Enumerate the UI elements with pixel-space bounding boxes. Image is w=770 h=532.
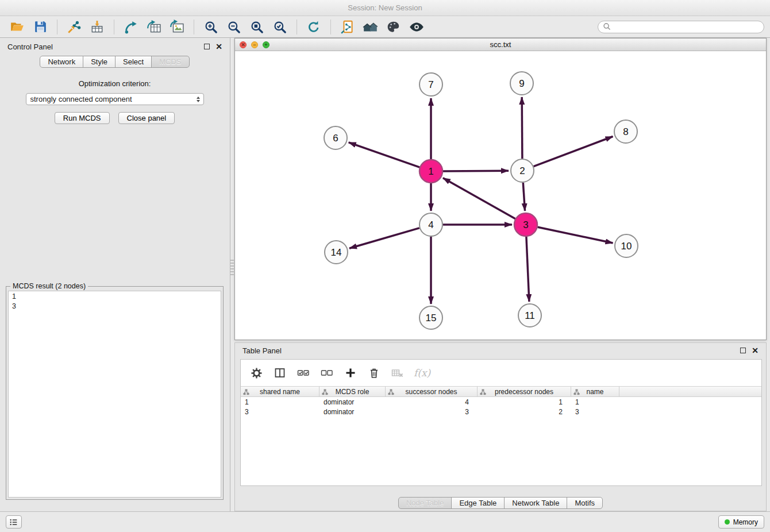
- search-input[interactable]: [614, 23, 759, 31]
- graph-node-10[interactable]: 10: [615, 234, 638, 257]
- panel-splitter-handle[interactable]: [230, 260, 234, 276]
- control-tab-select[interactable]: Select: [115, 56, 152, 68]
- network-window-titlebar[interactable]: ✕ − + scc.txt: [235, 38, 766, 51]
- new-network-button[interactable]: [120, 17, 143, 37]
- save-session-button[interactable]: [29, 17, 52, 37]
- close-table-panel-icon[interactable]: ✕: [752, 346, 759, 354]
- toolbar-separator: [114, 20, 114, 34]
- edge-3-to-1[interactable]: [443, 178, 515, 219]
- show-hide-button[interactable]: [405, 17, 428, 37]
- column-header-successor-nodes[interactable]: successor nodes: [386, 387, 478, 396]
- memory-button[interactable]: Memory: [718, 515, 764, 529]
- column-header-predecessor-nodes[interactable]: predecessor nodes: [478, 387, 571, 396]
- run-mcds-button[interactable]: Run MCDS: [55, 112, 110, 124]
- create-column-button[interactable]: [343, 365, 358, 380]
- maximize-network-window-button[interactable]: +: [263, 41, 270, 48]
- unchecked-boxes-icon: [321, 367, 333, 379]
- graph-node-7[interactable]: 7: [419, 73, 442, 96]
- table-tab-edge-table[interactable]: Edge Table: [451, 497, 505, 509]
- table-settings-button[interactable]: [249, 365, 264, 380]
- new-table-button[interactable]: [143, 17, 165, 37]
- graph-node-1[interactable]: 1: [419, 160, 442, 183]
- node-label: 7: [428, 79, 433, 90]
- network-canvas[interactable]: 7968124310141511: [235, 51, 766, 340]
- float-panel-icon[interactable]: [204, 44, 210, 49]
- graph-node-3[interactable]: 3: [514, 213, 537, 236]
- open-file-button[interactable]: [6, 17, 29, 37]
- edge-2-to-9[interactable]: [522, 97, 522, 159]
- refresh-button[interactable]: [302, 17, 325, 37]
- close-panel-icon[interactable]: ✕: [215, 43, 222, 51]
- table-row[interactable]: 1dominator411: [241, 397, 761, 407]
- graph-node-2[interactable]: 2: [511, 159, 534, 182]
- graph-node-8[interactable]: 8: [614, 120, 637, 143]
- delete-column-button[interactable]: [367, 365, 382, 380]
- import-table-button[interactable]: [86, 17, 109, 37]
- zoom-selected-button[interactable]: [268, 17, 291, 37]
- node-label: 2: [519, 165, 525, 176]
- refresh-icon: [306, 20, 321, 34]
- cell-predecessor-nodes: 2: [478, 408, 571, 416]
- close-network-window-button[interactable]: ✕: [240, 41, 247, 48]
- zoom-out-button[interactable]: [222, 17, 245, 37]
- minimize-network-window-button[interactable]: −: [251, 41, 258, 48]
- control-panel: Control Panel ✕ NetworkStyleSelectMCDS O…: [0, 38, 230, 511]
- home-icon: [363, 20, 379, 34]
- cell-predecessor-nodes: 1: [478, 398, 571, 406]
- zoom-fit-button[interactable]: [245, 17, 268, 37]
- edge-3-to-10[interactable]: [538, 227, 613, 243]
- edge-2-to-8[interactable]: [534, 137, 613, 167]
- show-columns-button[interactable]: [272, 365, 287, 380]
- criterion-select[interactable]: strongly connected component: [26, 93, 204, 105]
- select-all-columns-button[interactable]: [296, 365, 311, 380]
- edge-1-to-2[interactable]: [443, 171, 509, 171]
- graph-node-15[interactable]: 15: [419, 306, 442, 329]
- graph-node-11[interactable]: 11: [518, 304, 541, 327]
- home-button[interactable]: [359, 17, 382, 37]
- graph-node-6[interactable]: 6: [324, 126, 347, 149]
- graph-node-9[interactable]: 9: [510, 72, 533, 95]
- column-header-MCDS-role[interactable]: MCDS role: [319, 387, 386, 396]
- column-header-name[interactable]: name: [571, 387, 619, 396]
- network-graph: 7968124310141511: [235, 51, 766, 340]
- function-builder-button[interactable]: f(x): [414, 365, 430, 380]
- cell-successor-nodes: 4: [386, 398, 478, 406]
- mcds-result-text: 1 3: [8, 291, 221, 498]
- close-panel-button[interactable]: Close panel: [118, 112, 175, 124]
- window-titlebar: Session: New Session: [0, 0, 770, 16]
- float-table-panel-icon[interactable]: [740, 348, 746, 353]
- control-tab-style[interactable]: Style: [83, 56, 116, 68]
- graph-node-4[interactable]: 4: [419, 213, 442, 236]
- control-tab-mcds[interactable]: MCDS: [151, 56, 189, 68]
- table-tab-motifs[interactable]: Motifs: [567, 497, 603, 509]
- zoom-in-button[interactable]: [199, 17, 222, 37]
- table-tab-node-table[interactable]: Node Table: [398, 497, 452, 509]
- task-history-button[interactable]: [6, 515, 22, 529]
- table-row[interactable]: 3dominator323: [241, 407, 761, 417]
- edge-4-to-14[interactable]: [349, 228, 419, 248]
- table-body: 1dominator4113dominator323: [241, 397, 761, 417]
- edge-3-to-11[interactable]: [526, 237, 529, 302]
- table-panel: Table Panel ✕: [234, 342, 767, 511]
- graph-node-14[interactable]: 14: [325, 241, 348, 264]
- table-tab-network-table[interactable]: Network Table: [504, 497, 567, 509]
- node-label: 9: [519, 78, 524, 89]
- column-header-shared-name[interactable]: shared name: [241, 387, 319, 396]
- unselect-all-columns-button[interactable]: [319, 365, 334, 380]
- export-image-button[interactable]: [165, 17, 188, 37]
- style-button[interactable]: [382, 17, 405, 37]
- import-network-button[interactable]: [63, 17, 86, 37]
- control-panel-header: Control Panel ✕: [0, 38, 230, 55]
- control-tab-network[interactable]: Network: [40, 56, 83, 68]
- search-box[interactable]: [598, 21, 764, 33]
- column-sort-icon: [243, 389, 249, 395]
- node-label: 15: [426, 313, 437, 323]
- edge-2-to-3[interactable]: [523, 183, 525, 211]
- trash-icon: [368, 367, 380, 379]
- window-title: Session: New Session: [348, 3, 422, 12]
- network-from-document-button[interactable]: [336, 17, 359, 37]
- edge-1-to-6[interactable]: [349, 142, 420, 167]
- fx-icon: f(x): [414, 367, 430, 379]
- delete-table-button[interactable]: [390, 365, 405, 380]
- gear-icon: [251, 367, 263, 379]
